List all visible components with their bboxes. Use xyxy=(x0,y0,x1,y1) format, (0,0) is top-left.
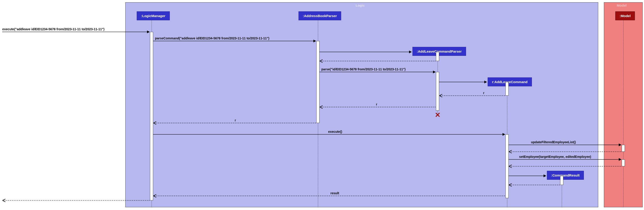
msg-parse-command: parseCommand("addleave id/EID1234-5678 f… xyxy=(155,36,269,40)
lifeline-model xyxy=(623,20,624,207)
participant-logic-manager: :LogicManager xyxy=(137,12,170,20)
msg-set-employee: setEmployee(targetEmployee, editedEmploy… xyxy=(519,155,591,158)
activation-model-2 xyxy=(622,160,625,166)
msg-execute: execute() xyxy=(328,130,342,134)
participant-add-leave-cmd: r:AddLeaveCommand xyxy=(488,78,532,86)
activation-model-1 xyxy=(622,145,625,152)
activation-cmd-result xyxy=(560,176,563,185)
activation-add-leave-cmd-2 xyxy=(506,134,509,198)
logic-frame-label: Logic xyxy=(354,2,370,8)
msg-return-r-2: r xyxy=(376,102,377,106)
participant-address-book-parser: :AddressBookParser xyxy=(298,12,341,20)
participant-cmd-result: :CommandResult xyxy=(547,171,584,180)
model-frame-label: Model xyxy=(614,2,632,8)
msg-result: result xyxy=(330,191,339,195)
msg-execute-addleave: execute("addleave id/EID1234-5678 from/2… xyxy=(2,27,104,31)
participant-model: :Model xyxy=(615,12,635,20)
msg-update-filtered: updateFilteredEmployeeList() xyxy=(531,140,576,144)
participant-add-leave-parser: :AddLeaveCommandParser xyxy=(412,47,466,56)
msg-return-r-3: r xyxy=(235,118,236,122)
destroy-icon: ✕ xyxy=(435,111,440,119)
activation-add-leave-cmd-1 xyxy=(506,82,509,96)
msg-parse: parse("id/EID1234-5678 from/2023-11-11 t… xyxy=(321,68,406,71)
msg-return-r-1: r xyxy=(483,91,484,95)
logic-frame: Logic xyxy=(125,2,598,207)
activation-add-leave-parser-2 xyxy=(436,72,439,111)
activation-address-book-parser xyxy=(316,41,320,123)
activation-logic-manager xyxy=(150,32,153,200)
activation-add-leave-parser-1 xyxy=(436,52,439,61)
